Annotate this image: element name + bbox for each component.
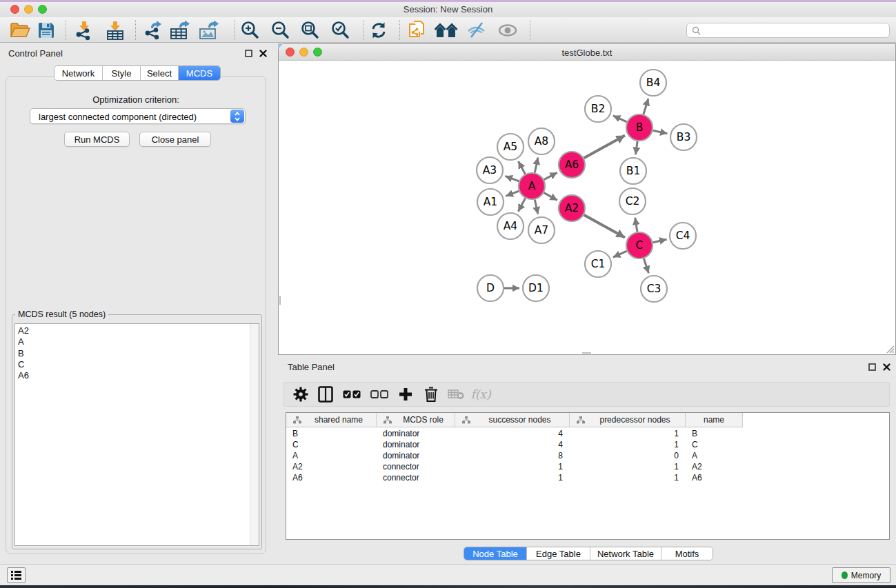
edge-A-A7[interactable] xyxy=(535,200,538,214)
cell-1-0[interactable]: C xyxy=(292,439,377,450)
close-panel-button[interactable]: Close panel xyxy=(139,132,211,147)
edge-A-A3[interactable] xyxy=(505,176,519,181)
cell-0-0[interactable]: B xyxy=(292,428,377,439)
edge-B-B3[interactable] xyxy=(653,130,668,134)
edge-A-A5[interactable] xyxy=(518,161,525,174)
add-column-icon[interactable] xyxy=(394,382,417,407)
network-window-titlebar[interactable]: testGlobe.txt xyxy=(279,44,895,61)
delete-column-icon[interactable] xyxy=(419,382,443,407)
function-builder-icon[interactable]: f(x) xyxy=(469,382,492,407)
save-session-icon[interactable] xyxy=(32,19,60,41)
show-all-icon[interactable] xyxy=(494,19,521,41)
edge-C-C3[interactable] xyxy=(644,258,648,273)
result-item[interactable]: A2 xyxy=(15,325,259,336)
edge-A-A1[interactable] xyxy=(506,191,519,196)
split-panel-icon[interactable] xyxy=(314,382,337,407)
column-header-name[interactable]: name xyxy=(686,413,743,427)
refresh-icon[interactable] xyxy=(365,19,392,41)
cell-2-0[interactable]: A xyxy=(292,450,377,461)
edge-B-B4[interactable] xyxy=(644,99,648,114)
export-network-icon[interactable] xyxy=(139,19,166,41)
cell-3-0[interactable]: A2 xyxy=(292,461,377,472)
tab-network-table[interactable]: Network Table xyxy=(590,547,661,560)
run-mcds-button[interactable]: Run MCDS xyxy=(64,132,130,147)
select-all-rows-icon[interactable] xyxy=(340,382,364,407)
export-table-icon[interactable] xyxy=(166,19,194,41)
edge-A-A6[interactable] xyxy=(544,172,557,179)
cell-2-4[interactable]: A xyxy=(692,450,743,461)
table-settings-icon[interactable] xyxy=(289,382,312,407)
window-resize-grip[interactable] xyxy=(885,344,895,354)
cell-4-1[interactable]: connector xyxy=(383,472,455,483)
cell-4-2[interactable]: 1 xyxy=(455,472,563,483)
cell-1-3[interactable]: 1 xyxy=(570,439,679,450)
float-panel-icon[interactable] xyxy=(245,50,252,57)
cell-3-4[interactable]: A2 xyxy=(692,461,743,472)
edge-C-C1[interactable] xyxy=(613,251,627,257)
edge-C-C2[interactable] xyxy=(635,218,637,232)
result-item[interactable]: C xyxy=(15,359,259,370)
cell-3-3[interactable]: 1 xyxy=(570,461,679,472)
result-item[interactable]: A xyxy=(15,336,259,347)
edge-A-A8[interactable] xyxy=(535,157,538,172)
result-item[interactable]: A6 xyxy=(15,370,259,381)
optimization-criterion-dropdown[interactable]: largest connected component (directed) xyxy=(30,108,246,124)
hide-selected-icon[interactable] xyxy=(463,19,490,41)
edge-A2-C[interactable] xyxy=(584,215,625,238)
close-panel-icon[interactable] xyxy=(259,50,267,57)
result-item[interactable]: B xyxy=(15,348,259,359)
tab-node-table[interactable]: Node Table xyxy=(464,547,527,560)
import-network-icon[interactable] xyxy=(70,19,97,41)
zoom-out-icon[interactable] xyxy=(266,19,294,41)
open-folder-icon[interactable] xyxy=(6,19,34,41)
task-history-button[interactable] xyxy=(7,567,26,583)
first-neighbors-icon[interactable] xyxy=(432,19,460,41)
cell-2-1[interactable]: dominator xyxy=(383,450,455,461)
tab-network[interactable]: Network xyxy=(54,66,103,80)
cell-2-2[interactable]: 8 xyxy=(455,450,563,461)
result-scrollbar[interactable] xyxy=(250,324,259,545)
tab-style[interactable]: Style xyxy=(103,66,141,80)
cell-1-2[interactable]: 4 xyxy=(455,439,563,450)
cell-1-4[interactable]: C xyxy=(692,439,743,450)
export-image-icon[interactable] xyxy=(195,19,223,41)
cell-4-3[interactable]: 1 xyxy=(570,472,679,483)
edge-C-C4[interactable] xyxy=(653,239,667,242)
new-network-from-selection-icon[interactable] xyxy=(404,19,431,41)
zoom-in-icon[interactable] xyxy=(236,19,263,41)
edge-A-A2[interactable] xyxy=(544,193,557,201)
close-table-panel-icon[interactable] xyxy=(883,363,890,371)
import-table-icon[interactable] xyxy=(101,19,129,41)
mcds-result-list[interactable]: A2ABCA6 xyxy=(14,323,259,546)
frame-resize-corner[interactable] xyxy=(278,43,283,49)
cell-3-1[interactable]: connector xyxy=(383,461,455,472)
cell-2-3[interactable]: 0 xyxy=(570,450,679,461)
zoom-fit-icon[interactable] xyxy=(296,19,323,41)
tab-select[interactable]: Select xyxy=(141,66,179,80)
column-header-predecessor-nodes[interactable]: predecessor nodes xyxy=(570,413,686,427)
column-header-shared-name[interactable]: shared name xyxy=(286,413,377,427)
tab-edge-table[interactable]: Edge Table xyxy=(527,547,590,560)
deselect-all-rows-icon[interactable] xyxy=(368,382,391,407)
cell-0-4[interactable]: B xyxy=(692,428,743,439)
cell-0-3[interactable]: 1 xyxy=(570,428,679,439)
cell-0-1[interactable]: dominator xyxy=(383,428,455,439)
cell-1-1[interactable]: dominator xyxy=(383,439,455,450)
network-canvas[interactable]: AA1A3A4A5A7A8A6A2BB1B2B3B4CC1C2C3C4DD1 xyxy=(279,61,895,354)
zoom-selected-icon[interactable] xyxy=(326,19,354,41)
cell-4-0[interactable]: A6 xyxy=(292,472,377,483)
cell-4-4[interactable]: A6 xyxy=(692,472,743,483)
cell-3-2[interactable]: 1 xyxy=(455,461,563,472)
float-table-panel-icon[interactable] xyxy=(868,363,876,371)
tab-mcds[interactable]: MCDS xyxy=(179,66,220,80)
column-header-MCDS-role[interactable]: MCDS role xyxy=(377,413,455,427)
tab-motifs[interactable]: Motifs xyxy=(661,547,713,560)
edge-A-A4[interactable] xyxy=(518,199,525,212)
column-header-successor-nodes[interactable]: successor nodes xyxy=(455,413,570,427)
search-input[interactable] xyxy=(704,26,876,35)
node-table[interactable]: shared nameMCDS rolesuccessor nodesprede… xyxy=(286,412,890,540)
search-field[interactable] xyxy=(686,23,890,38)
edge-A6-B[interactable] xyxy=(584,136,625,159)
edge-B-B2[interactable] xyxy=(613,116,627,122)
network-graph[interactable]: AA1A3A4A5A7A8A6A2BB1B2B3B4CC1C2C3C4DD1 xyxy=(279,61,895,354)
